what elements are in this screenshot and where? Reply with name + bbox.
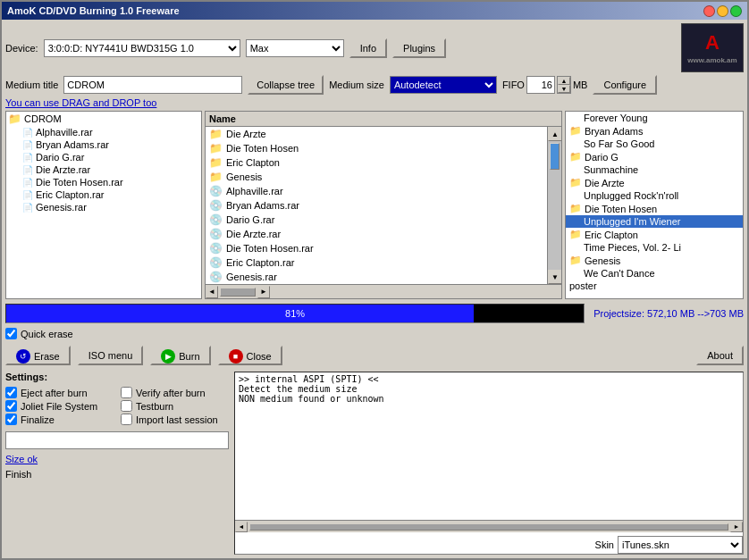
file-icon: 📄 bbox=[22, 140, 33, 150]
tree-item-label: Genesis.rar bbox=[36, 202, 87, 213]
fifo-up-button[interactable]: ▲ bbox=[558, 77, 570, 85]
right-tree-item[interactable]: Unplugged Rock'n'roll bbox=[566, 189, 743, 202]
list-item[interactable]: 💿 Bryan Adams.rar bbox=[206, 198, 547, 213]
skin-select[interactable]: iTunes.skn bbox=[618, 536, 743, 554]
quick-erase-checkbox[interactable] bbox=[5, 328, 17, 339]
tree-item-alphaville[interactable]: 📄 Alphaville.rar bbox=[6, 126, 201, 138]
erase-icon: ↺ bbox=[16, 349, 30, 364]
vscroll-thumb[interactable] bbox=[550, 143, 560, 170]
window-controls[interactable] bbox=[703, 5, 742, 17]
vscroll-down-button[interactable]: ▼ bbox=[548, 270, 561, 284]
list-item[interactable]: 💿 Alphaville.rar bbox=[206, 184, 547, 198]
folder-icon: 📁 bbox=[569, 255, 582, 266]
list-item[interactable]: 💿 Dario G.rar bbox=[206, 213, 547, 227]
settings-panel: Settings: Eject after burn Verify after … bbox=[5, 372, 229, 555]
collapse-tree-button[interactable]: Collapse tree bbox=[248, 75, 324, 95]
right-tree-item[interactable]: 📁Genesis bbox=[566, 254, 743, 267]
right-tree-item[interactable]: Time Pieces, Vol. 2- Li bbox=[566, 241, 743, 254]
log-hscroll-thumb[interactable] bbox=[249, 523, 728, 531]
right-tree-item[interactable]: 📁Die Arzte bbox=[566, 176, 743, 189]
middle-content: 📁 Die Arzte 📁 Die Toten Hosen 📁 Eric Cla… bbox=[206, 127, 547, 284]
middle-header: Name bbox=[206, 112, 561, 127]
list-item[interactable]: 💿 Die Arzte.rar bbox=[206, 227, 547, 241]
fifo-input[interactable]: 16 bbox=[526, 76, 555, 94]
import-last-session-checkbox[interactable] bbox=[121, 414, 132, 425]
middle-vscrollbar[interactable]: ▲ ▼ bbox=[547, 127, 561, 284]
right-tree-item[interactable]: 📁Die Toten Hosen bbox=[566, 202, 743, 215]
tree-item-diearzte[interactable]: 📄 Die Arzte.rar bbox=[6, 163, 201, 176]
tree-item-dariog[interactable]: 📄 Dario G.rar bbox=[6, 151, 201, 163]
medium-title-input[interactable]: CDROM bbox=[63, 76, 242, 94]
disc-icon: 💿 bbox=[209, 256, 223, 269]
burn-button[interactable]: ▶ Burn bbox=[150, 346, 210, 365]
log-hscrollbar[interactable]: ◄ ► bbox=[235, 520, 743, 532]
window-title: AmoK CD/DVD Burning 1.0 Freeware bbox=[7, 5, 180, 16]
info-button[interactable]: Info bbox=[349, 38, 387, 58]
folder-icon: 📁 bbox=[209, 171, 223, 183]
log-hscroll-left[interactable]: ◄ bbox=[235, 522, 248, 532]
fifo-down-button[interactable]: ▼ bbox=[558, 85, 570, 93]
verify-after-burn-checkbox[interactable] bbox=[121, 387, 132, 398]
hscroll-right-button[interactable]: ► bbox=[257, 286, 270, 298]
list-item[interactable]: 💿 Eric Clapton.rar bbox=[206, 255, 547, 270]
list-item[interactable]: 📁 Die Arzte bbox=[206, 127, 547, 141]
plugins-button[interactable]: Plugins bbox=[392, 38, 446, 58]
max-select[interactable]: Max bbox=[246, 39, 344, 57]
right-tree-item[interactable]: So Far So Good bbox=[566, 138, 743, 150]
tree-item-label: Dario G.rar bbox=[36, 152, 84, 163]
finalize-checkbox[interactable] bbox=[5, 414, 17, 425]
erase-button[interactable]: ↺ Erase bbox=[5, 346, 71, 365]
vscroll-track[interactable] bbox=[548, 141, 561, 270]
hscroll-left-button[interactable]: ◄ bbox=[206, 286, 218, 298]
tree-item-dietotenhosen[interactable]: 📄 Die Toten Hosen.rar bbox=[6, 176, 201, 188]
log-panel: >> internal ASPI (SPTI) << Detect the me… bbox=[234, 372, 744, 555]
maximize-window-button[interactable] bbox=[730, 5, 742, 17]
tree-item-ericclapton[interactable]: 📄 Eric Clapton.rar bbox=[6, 188, 201, 201]
tree-item-genesis[interactable]: 📄 Genesis.rar bbox=[6, 201, 201, 213]
right-tree-item[interactable]: Forever Young bbox=[566, 112, 743, 124]
close-button[interactable]: ■ Close bbox=[218, 346, 282, 365]
right-tree-item[interactable]: Unplugged I'm Wiener bbox=[566, 215, 743, 228]
tree-item-bryanadams[interactable]: 📄 Bryan Adams.rar bbox=[6, 138, 201, 151]
tree-item-label: Bryan Adams.rar bbox=[36, 139, 109, 150]
right-tree-item[interactable]: 📁Bryan Adams bbox=[566, 124, 743, 138]
list-item[interactable]: 💿 Die Toten Hosen.rar bbox=[206, 241, 547, 255]
testburn-checkbox[interactable] bbox=[121, 400, 132, 412]
settings-input[interactable] bbox=[5, 431, 229, 449]
folder-icon: 📁 bbox=[569, 151, 582, 163]
fifo-spinner[interactable]: ▲ ▼ bbox=[557, 76, 571, 94]
middle-hscrollbar[interactable]: ◄ ► bbox=[206, 284, 561, 298]
disc-icon: 💿 bbox=[209, 213, 223, 226]
right-tree-item[interactable]: 📁Dario G bbox=[566, 150, 743, 163]
eject-after-burn-checkbox[interactable] bbox=[5, 387, 17, 398]
right-tree-item[interactable]: poster bbox=[566, 280, 743, 292]
autodetect-select[interactable]: Autodetect bbox=[390, 76, 497, 94]
right-tree-item[interactable]: We Can't Dance bbox=[566, 267, 743, 280]
file-icon: 📄 bbox=[22, 203, 33, 213]
import-last-session-row: Import last session bbox=[121, 414, 229, 425]
list-item[interactable]: 💿 Genesis.rar bbox=[206, 270, 547, 284]
list-item[interactable]: 📁 Eric Clapton bbox=[206, 155, 547, 170]
iso-menu-button[interactable]: ISO menu bbox=[78, 346, 144, 365]
configure-button[interactable]: Configure bbox=[593, 75, 657, 95]
list-item[interactable]: 📁 Die Toten Hosen bbox=[206, 141, 547, 155]
close-window-button[interactable] bbox=[703, 5, 715, 17]
hscroll-thumb[interactable] bbox=[220, 288, 256, 297]
middle-panel: Name 📁 Die Arzte 📁 Die Toten Hosen 📁 bbox=[205, 111, 562, 299]
right-tree-item[interactable]: 📁Eric Clapton bbox=[566, 228, 743, 241]
file-icon: 📄 bbox=[22, 165, 33, 175]
size-ok-link[interactable]: Size ok bbox=[5, 454, 38, 464]
progress-bar: 81% bbox=[5, 304, 585, 323]
tree-item-root[interactable]: 📁 CDROM bbox=[6, 112, 201, 126]
vscroll-up-button[interactable]: ▲ bbox=[548, 127, 561, 141]
right-tree-panel: Forever Young 📁Bryan Adams So Far So Goo… bbox=[565, 111, 744, 299]
minimize-window-button[interactable] bbox=[717, 5, 728, 17]
joliet-row: Joliet File System bbox=[5, 400, 114, 412]
about-button[interactable]: About bbox=[696, 346, 744, 365]
device-select[interactable]: 3:0:0:D: NY7441U BWD315G 1.0 bbox=[44, 39, 240, 57]
joliet-label: Joliet File System bbox=[21, 401, 97, 412]
log-hscroll-right[interactable]: ► bbox=[730, 522, 743, 532]
list-item[interactable]: 📁 Genesis bbox=[206, 170, 547, 184]
joliet-checkbox[interactable] bbox=[5, 400, 17, 412]
right-tree-item[interactable]: Sunmachine bbox=[566, 163, 743, 176]
